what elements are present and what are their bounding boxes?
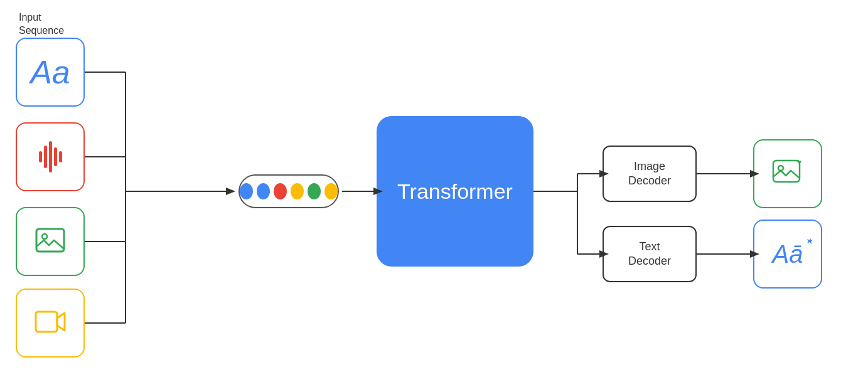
token-green bbox=[308, 183, 321, 199]
text-decoder-box: TextDecoder bbox=[603, 226, 697, 282]
svg-point-1 bbox=[42, 234, 47, 239]
text-output-box: Aā bbox=[753, 220, 822, 289]
svg-point-5 bbox=[800, 161, 801, 163]
audio-input-box bbox=[16, 122, 85, 191]
token-yellow1 bbox=[291, 183, 304, 199]
svg-rect-0 bbox=[36, 229, 64, 252]
image-decoder-box: ImageDecoder bbox=[603, 146, 697, 202]
video-input-box bbox=[16, 289, 85, 358]
token-red bbox=[274, 183, 287, 199]
diagram: InputSequence Aa bbox=[0, 0, 868, 387]
image-decoder-label: ImageDecoder bbox=[628, 159, 671, 189]
image-input-box bbox=[16, 207, 85, 276]
transformer-label: Transformer bbox=[397, 179, 513, 204]
text-decoder-label: TextDecoder bbox=[628, 240, 671, 269]
token-blue1 bbox=[240, 183, 253, 199]
input-label: InputSequence bbox=[19, 11, 64, 38]
image-output-icon bbox=[771, 156, 805, 192]
text-input-box: Aa bbox=[16, 38, 85, 107]
svg-rect-2 bbox=[36, 312, 57, 332]
video-icon bbox=[34, 305, 67, 341]
image-icon bbox=[34, 224, 67, 259]
transformer-box: Transformer bbox=[377, 116, 533, 267]
text-output-icon: Aā bbox=[773, 241, 803, 267]
svg-rect-3 bbox=[773, 161, 800, 182]
token-yellow2 bbox=[324, 183, 338, 199]
text-icon: Aa bbox=[30, 56, 70, 88]
token-blue2 bbox=[257, 183, 270, 199]
token-pill bbox=[238, 174, 339, 208]
image-output-box bbox=[753, 139, 822, 208]
audio-icon bbox=[39, 141, 62, 172]
svg-marker-12 bbox=[226, 188, 235, 195]
